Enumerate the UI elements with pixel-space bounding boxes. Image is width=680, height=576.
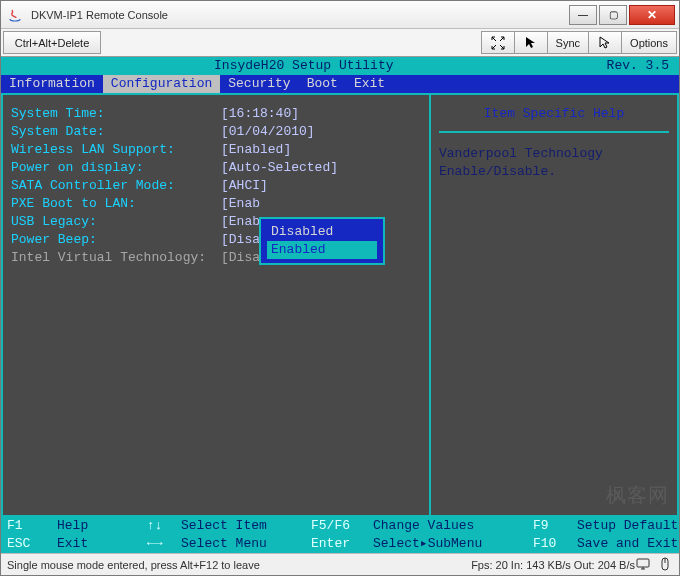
config-value: [Disa [221, 249, 260, 267]
footer-symbol: ←→ [147, 535, 181, 553]
options-button[interactable]: Options [622, 31, 677, 54]
toolbar-right: Sync Options [481, 31, 677, 54]
config-value: [01/04/2010] [221, 123, 315, 141]
config-value: [Auto-Selected] [221, 159, 338, 177]
toolbar-spacer [103, 29, 479, 56]
bios-config-panel: System Time:[16:18:40]System Date:[01/04… [1, 93, 431, 517]
bios-help-panel: Item Specific Help Vanderpool Technology… [431, 93, 679, 517]
bios-title: InsydeH20 Setup Utility [1, 57, 607, 75]
window-title: DKVM-IP1 Remote Console [29, 9, 569, 21]
fit-screen-button[interactable] [481, 31, 515, 54]
footer-key: F5/F6 [311, 517, 373, 535]
footer-symbol: ↑↓ [147, 517, 181, 535]
minimize-button[interactable]: — [569, 5, 597, 25]
close-button[interactable]: ✕ [629, 5, 675, 25]
footer-key: F10 [533, 535, 577, 553]
bios-menu-configuration[interactable]: Configuration [103, 75, 220, 93]
help-title: Item Specific Help [439, 105, 669, 133]
footer-action: Help [57, 517, 147, 535]
status-message: Single mouse mode entered, press Alt+F12… [7, 559, 471, 571]
bios-menu-exit[interactable]: Exit [346, 75, 393, 93]
config-label: Power Beep: [11, 231, 221, 249]
config-value: [Enab [221, 213, 260, 231]
config-row[interactable]: PXE Boot to LAN:[Enab [11, 195, 421, 213]
config-value: [Disa [221, 231, 260, 249]
bios-menu-information[interactable]: Information [1, 75, 103, 93]
popup-option-disabled[interactable]: Disabled [267, 223, 377, 241]
window-controls: — ▢ ✕ [569, 5, 675, 25]
app-window: DKVM-IP1 Remote Console — ▢ ✕ Ctrl+Alt+D… [0, 0, 680, 576]
footer-action: Select Item [181, 517, 311, 535]
bios-revision: Rev. 3.5 [607, 57, 679, 75]
config-value: [AHCI] [221, 177, 268, 195]
footer-key: Enter [311, 535, 373, 553]
config-row[interactable]: Wireless LAN Support:[Enabled] [11, 141, 421, 159]
mouse-icon [657, 556, 673, 574]
ctrl-alt-del-button[interactable]: Ctrl+Alt+Delete [3, 31, 101, 54]
bios-menu-security[interactable]: Security [220, 75, 298, 93]
bios-menu: InformationConfigurationSecurityBootExit [1, 75, 679, 93]
option-popup: Disabled Enabled [259, 217, 385, 265]
remote-screen[interactable]: InsydeH20 Setup Utility Rev. 3.5 Informa… [1, 57, 679, 553]
config-label: System Date: [11, 123, 221, 141]
footer-key: F9 [533, 517, 577, 535]
popup-option-enabled[interactable]: Enabled [267, 241, 377, 259]
config-value: [Enab [221, 195, 260, 213]
config-row[interactable]: System Date:[01/04/2010] [11, 123, 421, 141]
footer-action: Select▸SubMenu [373, 535, 533, 553]
maximize-button[interactable]: ▢ [599, 5, 627, 25]
footer-key: ESC [7, 535, 57, 553]
config-row[interactable]: Power on display:[Auto-Selected] [11, 159, 421, 177]
help-text: Vanderpool Technology Enable/Disable. [439, 145, 669, 181]
config-label: PXE Boot to LAN: [11, 195, 221, 213]
svg-rect-0 [637, 559, 649, 567]
bios-header: InsydeH20 Setup Utility Rev. 3.5 [1, 57, 679, 75]
config-label: Wireless LAN Support: [11, 141, 221, 159]
cursor-mode-button[interactable] [515, 31, 548, 54]
cursor-outline-icon [597, 35, 613, 51]
status-icons [635, 556, 673, 574]
config-label: Intel Virtual Technology: [11, 249, 221, 267]
sync-button[interactable]: Sync [548, 31, 589, 54]
cursor-alt-button[interactable] [589, 31, 622, 54]
config-value: [16:18:40] [221, 105, 299, 123]
bios-footer: F1 Help ↑↓ Select Item F5/F6 Change Valu… [1, 517, 679, 553]
java-icon [7, 7, 23, 23]
footer-action: Change Values [373, 517, 533, 535]
expand-arrows-icon [490, 35, 506, 51]
cursor-icon [523, 35, 539, 51]
config-row[interactable]: System Time:[16:18:40] [11, 105, 421, 123]
footer-action: Setup Default [577, 517, 678, 535]
bios-body: System Time:[16:18:40]System Date:[01/04… [1, 93, 679, 517]
bios-menu-boot[interactable]: Boot [299, 75, 346, 93]
titlebar: DKVM-IP1 Remote Console — ▢ ✕ [1, 1, 679, 29]
footer-action: Exit [57, 535, 147, 553]
config-row[interactable]: SATA Controller Mode:[AHCI] [11, 177, 421, 195]
footer-action: Save and Exit [577, 535, 678, 553]
toolbar: Ctrl+Alt+Delete Sync Options [1, 29, 679, 57]
status-metrics: Fps: 20 In: 143 KB/s Out: 204 B/s [471, 559, 635, 571]
bios-screen: InsydeH20 Setup Utility Rev. 3.5 Informa… [1, 57, 679, 553]
monitor-icon [635, 556, 651, 574]
config-label: Power on display: [11, 159, 221, 177]
config-label: System Time: [11, 105, 221, 123]
config-label: SATA Controller Mode: [11, 177, 221, 195]
config-value: [Enabled] [221, 141, 291, 159]
statusbar: Single mouse mode entered, press Alt+F12… [1, 553, 679, 575]
footer-action: Select Menu [181, 535, 311, 553]
footer-key: F1 [7, 517, 57, 535]
config-label: USB Legacy: [11, 213, 221, 231]
